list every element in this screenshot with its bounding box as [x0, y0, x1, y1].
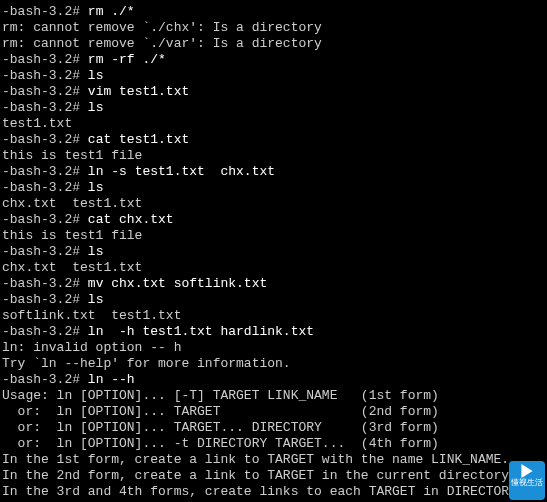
shell-prompt: -bash-3.2#	[2, 372, 88, 388]
watermark-logo: 懂视生活	[509, 461, 545, 500]
output-text: In the 1st form, create a link to TARGET…	[2, 452, 509, 468]
terminal-output[interactable]: -bash-3.2# rm ./*rm: cannot remove `./ch…	[0, 0, 547, 502]
shell-prompt: -bash-3.2#	[2, 324, 88, 340]
terminal-line: -bash-3.2# cat test1.txt	[2, 132, 545, 148]
terminal-line: -bash-3.2# rm ./*	[2, 4, 545, 20]
shell-prompt: -bash-3.2#	[2, 4, 88, 20]
terminal-line: In the 2nd form, create a link to TARGET…	[2, 468, 545, 484]
terminal-line: chx.txt test1.txt	[2, 196, 545, 212]
terminal-line: -bash-3.2# vim test1.txt	[2, 84, 545, 100]
shell-prompt: -bash-3.2#	[2, 164, 88, 180]
terminal-line: or: ln [OPTION]... TARGET (2nd form)	[2, 404, 545, 420]
terminal-line: rm: cannot remove `./chx': Is a director…	[2, 20, 545, 36]
shell-prompt: -bash-3.2#	[2, 276, 88, 292]
output-text: this is test1 file	[2, 228, 142, 244]
command-text: ls	[88, 68, 104, 84]
output-text: or: ln [OPTION]... -t DIRECTORY TARGET..…	[2, 436, 439, 452]
terminal-line: softlink.txt test1.txt	[2, 308, 545, 324]
shell-prompt: -bash-3.2#	[2, 100, 88, 116]
command-text: cat test1.txt	[88, 132, 189, 148]
terminal-line: Try `ln --help' for more information.	[2, 356, 545, 372]
output-text: test1.txt	[2, 116, 72, 132]
shell-prompt: -bash-3.2#	[2, 212, 88, 228]
terminal-line: Usage: ln [OPTION]... [-T] TARGET LINK_N…	[2, 388, 545, 404]
output-text: Try `ln --help' for more information.	[2, 356, 291, 372]
terminal-line: chx.txt test1.txt	[2, 260, 545, 276]
terminal-line: -bash-3.2# mv chx.txt softlink.txt	[2, 276, 545, 292]
shell-prompt: -bash-3.2#	[2, 244, 88, 260]
terminal-line: -bash-3.2# ls	[2, 292, 545, 308]
command-text: ls	[88, 292, 104, 308]
output-text: softlink.txt test1.txt	[2, 308, 181, 324]
command-text: rm ./*	[88, 4, 135, 20]
command-text: ls	[88, 180, 104, 196]
output-text: In the 2nd form, create a link to TARGET…	[2, 468, 517, 484]
terminal-line: -bash-3.2# ls	[2, 100, 545, 116]
command-text: vim test1.txt	[88, 84, 189, 100]
terminal-line: -bash-3.2# ln --h	[2, 372, 545, 388]
terminal-line: test1.txt	[2, 116, 545, 132]
terminal-line: ln: invalid option -- h	[2, 340, 545, 356]
command-text: mv chx.txt softlink.txt	[88, 276, 267, 292]
terminal-line: -bash-3.2# ln -s test1.txt chx.txt	[2, 164, 545, 180]
command-text: ls	[88, 100, 104, 116]
command-text: ln --h	[88, 372, 135, 388]
shell-prompt: -bash-3.2#	[2, 132, 88, 148]
terminal-line: -bash-3.2# rm -rf ./*	[2, 52, 545, 68]
command-text: ln -s test1.txt chx.txt	[88, 164, 275, 180]
shell-prompt: -bash-3.2#	[2, 292, 88, 308]
shell-prompt: -bash-3.2#	[2, 68, 88, 84]
output-text: In the 3rd and 4th forms, create links t…	[2, 484, 525, 500]
output-text: or: ln [OPTION]... TARGET... DIRECTORY (…	[2, 420, 439, 436]
svg-marker-0	[521, 464, 532, 478]
terminal-line: In the 1st form, create a link to TARGET…	[2, 452, 545, 468]
command-text: rm -rf ./*	[88, 52, 166, 68]
command-text: ls	[88, 244, 104, 260]
watermark-text: 懂视生活	[511, 478, 543, 487]
command-text: ln -h test1.txt hardlink.txt	[88, 324, 314, 340]
terminal-line: this is test1 file	[2, 228, 545, 244]
terminal-line: -bash-3.2# ls	[2, 180, 545, 196]
terminal-line: rm: cannot remove `./var': Is a director…	[2, 36, 545, 52]
shell-prompt: -bash-3.2#	[2, 52, 88, 68]
terminal-line: -bash-3.2# ls	[2, 244, 545, 260]
output-text: this is test1 file	[2, 148, 142, 164]
terminal-line: or: ln [OPTION]... TARGET... DIRECTORY (…	[2, 420, 545, 436]
output-text: Usage: ln [OPTION]... [-T] TARGET LINK_N…	[2, 388, 439, 404]
command-text: cat chx.txt	[88, 212, 174, 228]
output-text: chx.txt test1.txt	[2, 260, 142, 276]
shell-prompt: -bash-3.2#	[2, 180, 88, 196]
output-text: rm: cannot remove `./chx': Is a director…	[2, 20, 322, 36]
terminal-line: -bash-3.2# ls	[2, 68, 545, 84]
output-text: chx.txt test1.txt	[2, 196, 142, 212]
terminal-line: In the 3rd and 4th forms, create links t…	[2, 484, 545, 500]
terminal-line: this is test1 file	[2, 148, 545, 164]
output-text: or: ln [OPTION]... TARGET (2nd form)	[2, 404, 439, 420]
output-text: ln: invalid option -- h	[2, 340, 181, 356]
terminal-line: -bash-3.2# ln -h test1.txt hardlink.txt	[2, 324, 545, 340]
terminal-line: -bash-3.2# cat chx.txt	[2, 212, 545, 228]
shell-prompt: -bash-3.2#	[2, 84, 88, 100]
terminal-line: or: ln [OPTION]... -t DIRECTORY TARGET..…	[2, 436, 545, 452]
output-text: rm: cannot remove `./var': Is a director…	[2, 36, 322, 52]
